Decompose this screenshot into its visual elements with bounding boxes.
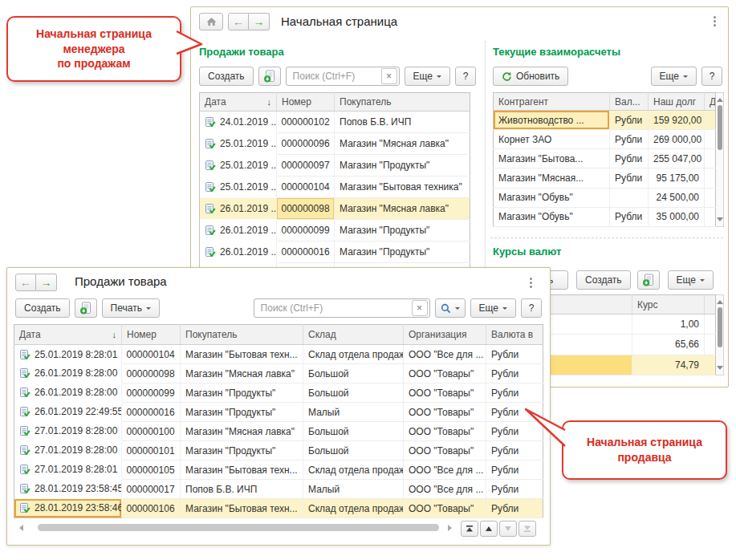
create-button[interactable]: Создать [199,67,254,86]
back-button[interactable]: ← [228,13,249,30]
posted-document-icon-cell: 28.01.2019 23:58:45 [14,480,122,498]
column-header-our-debt[interactable]: Наш долг [649,93,705,111]
table-row[interactable]: 24.01.2019 ...000000102Попов Б.В. ИЧП [200,112,470,133]
scrollbar-thumb[interactable] [38,524,439,531]
scroll-down-icon[interactable] [717,366,723,373]
column-header-cut[interactable]: Д [705,93,716,111]
posted-document-icon-cell: 26.01.2019 ... [200,198,277,219]
table-row[interactable]: 26.01.2019 22:49:55000000016Магазин "Про… [14,403,543,422]
forward-button[interactable]: → [249,13,270,30]
more-button[interactable]: Еще [651,67,697,86]
more-button[interactable]: Еще [405,67,450,86]
scroll-up-icon[interactable] [717,297,723,304]
column-header-number[interactable]: Номер [122,325,181,345]
help-button[interactable]: ? [521,298,542,318]
column-header-rate[interactable]: Курс [632,295,705,314]
column-header-number[interactable]: Номер [277,93,335,112]
table-row[interactable]: 25.01.2019 ...000000097Магазин "Продукты… [200,155,470,177]
table-row[interactable]: 26.01.2019 ...000000098Магазин "Мясная л… [200,198,470,220]
search-field[interactable]: × [254,298,430,318]
column-header-buyer[interactable]: Покупатель [335,93,470,112]
help-button[interactable]: ? [455,67,476,86]
posted-document-icon-cell: 26.01.2019 ... [200,241,277,262]
chevron-down-icon [146,307,151,312]
window-menu-kebab-icon[interactable] [527,275,535,290]
scroll-down-icon[interactable] [717,217,723,225]
column-header-cut[interactable] [705,295,716,314]
scroll-up-icon[interactable] [717,95,723,102]
table-row[interactable]: 28.01.2019 23:58:46000000106Магазин "Быт… [14,499,543,518]
window-menu-kebab-icon[interactable] [711,14,718,29]
scrollbar-track[interactable] [25,522,445,534]
save-load-button[interactable] [637,270,660,290]
column-header-contractor[interactable]: Контрагент [494,93,610,111]
go-top-icon [466,525,474,533]
callout-manager-home-page: Начальная страница менеджера по продажам [6,16,181,82]
column-header-buyer[interactable]: Покупатель [181,325,303,345]
triangle-up-icon [485,525,493,533]
refresh-button[interactable]: Обновить [493,67,568,86]
clear-search-icon[interactable]: × [412,300,428,316]
table-row[interactable]: 25.01.2019 8:28:01000000104Магазин "Быто… [14,345,543,364]
table-row[interactable]: 25.01.2019 ...000000096Магазин "Мясная л… [200,133,470,155]
go-last-button[interactable] [518,521,536,537]
back-button[interactable]: ← [15,274,36,291]
search-options-button[interactable] [435,298,466,318]
help-button[interactable]: ? [701,67,722,86]
print-button[interactable]: Печать [102,298,160,318]
magnifier-icon [441,303,451,314]
column-header-currency[interactable]: Вал... [610,93,649,111]
sales-list-toolbar: Создать Печать × Еще ? [15,298,542,318]
table-row[interactable]: Магазин "Обувь"Рубли35 000,00 [494,207,716,226]
table-row[interactable]: 27.01.2019 8:28:00000000101Магазин "Прод… [14,441,543,461]
go-next-button[interactable] [499,521,517,537]
home-icon [206,17,217,26]
more-button[interactable]: Еще [470,298,516,318]
create-button[interactable]: Создать [576,270,631,290]
scrollbar-thumb[interactable] [718,105,722,150]
table-row[interactable]: Животноводство ...Рубли159 920,00 [494,111,716,130]
column-header-date[interactable]: Дата↓ [14,325,122,345]
callout-tail [522,403,567,451]
save-load-button[interactable] [75,298,97,318]
sales-panel-toolbar: Создать × Еще ? [199,67,480,86]
table-header-row: Дата↓ Номер Покупатель Склад Организация… [14,325,543,345]
create-button[interactable]: Создать [15,298,70,318]
settlements-panel-toolbar: Обновить Еще ? [493,67,722,86]
column-header-date[interactable]: Дата↓ [200,93,277,112]
table-row[interactable]: 28.01.2019 23:58:45000000017Попов Б.В. И… [14,480,543,499]
table-row[interactable]: Корнет ЗАОРубли269 000,00 [494,130,716,149]
search-input[interactable] [291,70,381,83]
horizontal-scrollbar[interactable] [14,522,457,534]
table-row[interactable]: 26.01.2019 ...000000099Магазин "Продукты… [200,220,470,241]
table-row[interactable]: 27.01.2019 8:28:00000000100Магазин "Мясн… [14,422,543,441]
save-load-button[interactable] [258,67,281,86]
go-previous-button[interactable] [480,521,498,537]
column-header-organization[interactable]: Организация [404,325,486,345]
scroll-left-icon[interactable] [14,522,25,534]
forward-button[interactable]: → [36,274,57,291]
table-row[interactable]: Магазин "Обувь"24 500,00 [494,188,716,207]
go-first-button[interactable] [461,521,478,537]
column-header-warehouse[interactable]: Склад [303,325,404,345]
scrollbar-thumb[interactable] [718,307,722,347]
record-navigation [461,521,536,537]
table-row[interactable]: 26.01.2019 ...000000016Магазин "Продукты… [200,241,470,263]
vertical-scrollbar[interactable] [716,294,724,375]
chevron-down-icon [455,307,460,312]
column-header-currency[interactable]: Валюта в [486,325,543,345]
table-row[interactable]: 27.01.2019 8:28:01000000105Магазин "Быто… [14,461,543,480]
search-field[interactable]: × [286,67,400,86]
table-row[interactable]: Магазин "Бытова...Рубли255 047,00 [494,149,716,168]
callout-text: Начальная страница [36,26,152,42]
search-input[interactable] [259,302,412,314]
table-row[interactable]: 26.01.2019 8:28:00000000099Магазин "Прод… [14,383,543,403]
more-button[interactable]: Еще [668,270,714,290]
table-row[interactable]: 25.01.2019 ...000000104Магазин "Бытовая … [200,177,470,198]
clear-search-icon[interactable]: × [381,68,397,84]
scroll-right-icon[interactable] [445,522,457,534]
table-row[interactable]: Магазин "Мясная...Рубли95 175,00 [494,168,716,188]
callout-text: менеджера [63,42,124,57]
table-row[interactable]: 26.01.2019 8:28:00000000098Магазин "Мясн… [14,364,543,383]
vertical-scrollbar[interactable] [716,92,724,227]
